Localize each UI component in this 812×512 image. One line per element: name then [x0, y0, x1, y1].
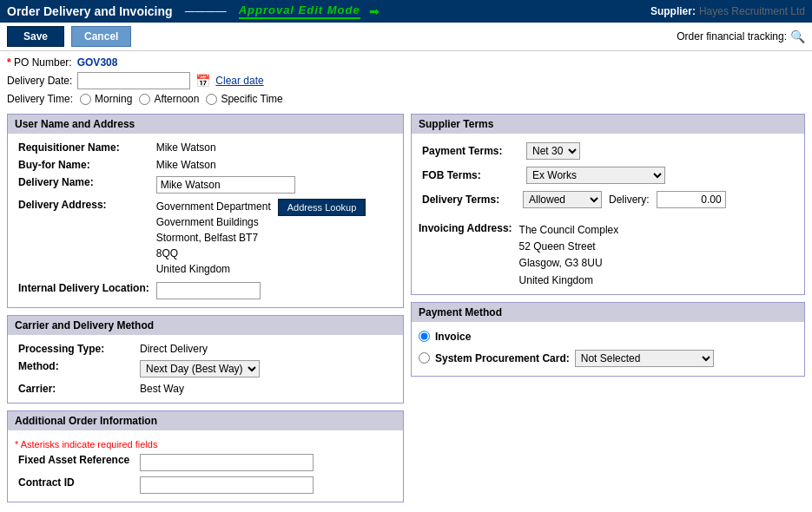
delivery-terms-label: Delivery Terms: — [419, 187, 523, 212]
delivery-name-label: Delivery Name: — [15, 174, 153, 196]
calendar-icon[interactable]: 📅 — [195, 74, 210, 88]
fob-terms-select[interactable]: Ex Works FOB Origin FOB Destination — [526, 167, 665, 184]
payment-terms-select[interactable]: Net 30 Net 60 Net 90 — [526, 142, 580, 160]
morning-radio[interactable] — [80, 94, 91, 105]
delivery-date-input[interactable] — [77, 72, 190, 89]
requisitioner-label: Requisitioner Name: — [15, 139, 153, 156]
po-number-value: GOV308 — [77, 56, 118, 69]
supplier-terms-header: Supplier Terms — [412, 115, 804, 134]
method-label: Method: — [15, 358, 136, 380]
invoice-radio[interactable] — [419, 331, 430, 342]
tracking-icon[interactable]: 🔍 — [790, 30, 805, 43]
clear-date-link[interactable]: Clear date — [215, 75, 263, 87]
carrier-section: Carrier and Delivery Method Processing T… — [7, 315, 404, 404]
payment-method-section: Payment Method Invoice System Procuremen… — [411, 302, 805, 377]
invoice-label: Invoice — [435, 331, 471, 343]
processing-type-label: Processing Type: — [15, 340, 136, 358]
payment-method-header: Payment Method — [412, 303, 804, 322]
fixed-asset-input[interactable] — [140, 454, 314, 471]
payment-terms-label: Payment Terms: — [419, 139, 523, 163]
supplier-label: Supplier: — [650, 5, 696, 17]
carrier-header: Carrier and Delivery Method — [8, 316, 403, 335]
spc-label: System Procurement Card: — [435, 352, 570, 364]
spc-radio[interactable] — [419, 352, 430, 364]
save-button[interactable]: Save — [7, 26, 64, 47]
delivery-amount-input[interactable] — [657, 191, 726, 208]
supplier-terms-section: Supplier Terms Payment Terms: Net 30 Net… — [411, 114, 805, 295]
delivery-time-label: Delivery Time: — [7, 93, 73, 105]
po-number-label: * PO Number: — [7, 56, 72, 69]
buy-for-value: Mike Watson — [153, 156, 396, 174]
morning-label: Morning — [95, 93, 132, 105]
requisitioner-value: Mike Watson — [153, 139, 396, 156]
contract-id-label: Contract ID — [15, 474, 136, 496]
processing-type-value: Direct Delivery — [136, 340, 396, 358]
supplier-name: Hayes Recruitment Ltd — [699, 5, 805, 17]
carrier-value: Best Way — [136, 380, 396, 397]
internal-delivery-input[interactable] — [156, 282, 261, 299]
method-select[interactable]: Next Day (Best Way) Standard Express — [140, 360, 260, 377]
user-address-section: User Name and Address Requisitioner Name… — [7, 114, 404, 308]
address-lookup-button[interactable]: Address Lookup — [278, 199, 366, 216]
specific-time-label: Specific Time — [221, 93, 282, 105]
carrier-label: Carrier: — [15, 380, 136, 397]
delivery-name-input[interactable] — [156, 176, 295, 194]
afternoon-radio-group[interactable]: Afternoon — [139, 93, 199, 105]
delivery-amount-label: Delivery: — [609, 194, 650, 206]
afternoon-radio[interactable] — [139, 94, 150, 105]
afternoon-label: Afternoon — [154, 93, 199, 105]
additional-section: Additional Order Information * Asterisks… — [7, 410, 404, 502]
additional-header: Additional Order Information — [8, 411, 403, 430]
specific-time-radio-group[interactable]: Specific Time — [206, 93, 282, 105]
fob-terms-label: FOB Terms: — [419, 163, 523, 187]
invoicing-address-block: The Council Complex 52 Queen Street Glas… — [519, 222, 619, 289]
page-title: Order Delivery and Invoicing — [7, 4, 173, 18]
internal-delivery-label: Internal Delivery Location: — [15, 279, 153, 302]
asterisk-note: * Asterisks indicate required fields — [15, 436, 396, 451]
morning-radio-group[interactable]: Morning — [80, 93, 132, 105]
spc-select[interactable]: Not Selected Visa Mastercard — [575, 350, 714, 367]
buy-for-label: Buy-for Name: — [15, 156, 153, 174]
delivery-address-label: Delivery Address: — [15, 196, 153, 279]
specific-time-radio[interactable] — [206, 94, 217, 105]
delivery-date-label: Delivery Date: — [7, 75, 72, 87]
fixed-asset-label: Fixed Asset Reference — [15, 451, 136, 474]
user-address-header: User Name and Address — [8, 115, 403, 134]
invoicing-address-label: Invoicing Address: — [419, 222, 512, 234]
contract-id-input[interactable] — [140, 476, 314, 494]
approval-arrow-icon: ➡ — [369, 4, 380, 18]
approval-mode-label: Approval Edit Mode — [239, 3, 360, 19]
delivery-address-block: Government Department Government Buildin… — [156, 199, 271, 277]
cancel-button[interactable]: Cancel — [71, 26, 131, 47]
tracking-label: Order financial tracking: — [677, 30, 787, 43]
delivery-terms-select[interactable]: Allowed Not Allowed — [523, 191, 602, 208]
